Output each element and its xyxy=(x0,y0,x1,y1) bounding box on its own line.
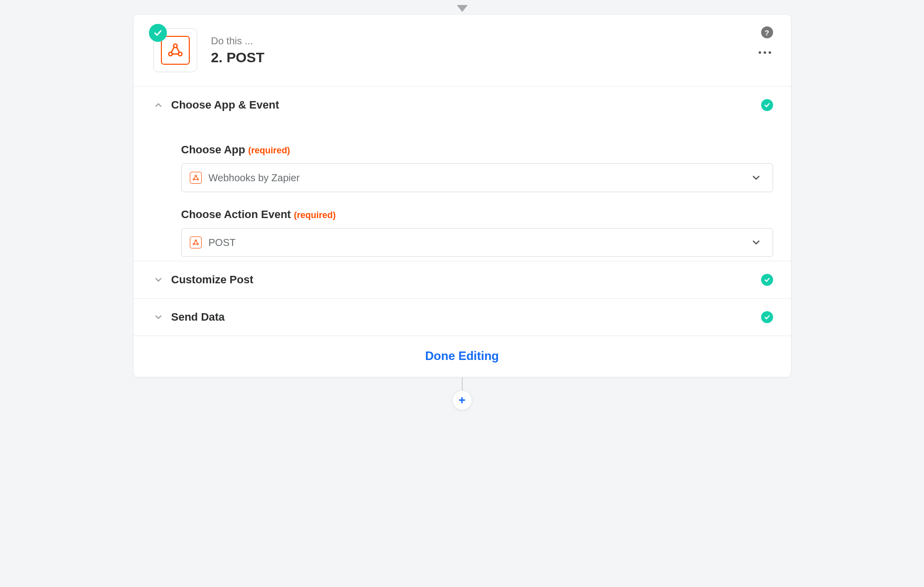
step-title: 2. POST xyxy=(211,50,773,66)
footer-row: Done Editing xyxy=(133,336,791,377)
step-complete-badge-icon xyxy=(149,24,167,42)
chevron-down-icon xyxy=(153,312,163,322)
action-step-card: Do this ... 2. POST ? Choose App & Event… xyxy=(133,14,792,377)
required-text: (required) xyxy=(294,210,336,220)
section-header-choose-app-event[interactable]: Choose App & Event xyxy=(133,86,791,133)
section-title: Send Data xyxy=(171,311,761,324)
choose-action-event-select[interactable]: POST xyxy=(181,228,773,257)
app-icon-box xyxy=(153,28,197,72)
section-title: Choose App & Event xyxy=(171,99,761,112)
add-step-connector: + xyxy=(0,377,924,410)
select-value: POST xyxy=(209,237,751,248)
section-complete-icon xyxy=(761,311,773,323)
chevron-up-icon xyxy=(153,100,163,110)
webhook-icon xyxy=(161,36,190,65)
label-text: Choose App xyxy=(181,143,246,156)
section-header-send-data[interactable]: Send Data xyxy=(133,298,791,336)
field-choose-app: Choose App (required) Webhooks by Zapier xyxy=(181,143,773,192)
section-title: Customize Post xyxy=(171,273,761,286)
field-label: Choose App (required) xyxy=(181,143,773,156)
done-editing-button[interactable]: Done Editing xyxy=(425,349,499,363)
section-complete-icon xyxy=(761,99,773,111)
field-choose-action-event: Choose Action Event (required) POST xyxy=(181,208,773,257)
plus-icon: + xyxy=(458,393,465,407)
label-text: Choose Action Event xyxy=(181,208,291,221)
section-header-customize-post[interactable]: Customize Post xyxy=(133,261,791,298)
webhook-icon xyxy=(190,172,202,184)
more-options-icon[interactable] xyxy=(757,49,773,56)
help-icon[interactable]: ? xyxy=(761,26,773,38)
add-step-button[interactable]: + xyxy=(452,390,472,410)
incoming-connector-arrow xyxy=(0,5,924,12)
choose-app-select[interactable]: Webhooks by Zapier xyxy=(181,163,773,192)
section-complete-icon xyxy=(761,274,773,286)
webhook-icon xyxy=(190,236,202,248)
select-value: Webhooks by Zapier xyxy=(209,172,751,184)
step-eyebrow: Do this ... xyxy=(211,35,773,47)
chevron-down-icon xyxy=(153,275,163,285)
section-body-choose-app-event: Choose App (required) Webhooks by Zapier… xyxy=(133,143,791,261)
chevron-down-icon xyxy=(751,237,762,248)
chevron-down-icon xyxy=(751,172,762,183)
connector-line xyxy=(462,377,463,390)
step-header: Do this ... 2. POST ? xyxy=(133,14,791,86)
required-text: (required) xyxy=(248,145,290,155)
field-label: Choose Action Event (required) xyxy=(181,208,773,221)
